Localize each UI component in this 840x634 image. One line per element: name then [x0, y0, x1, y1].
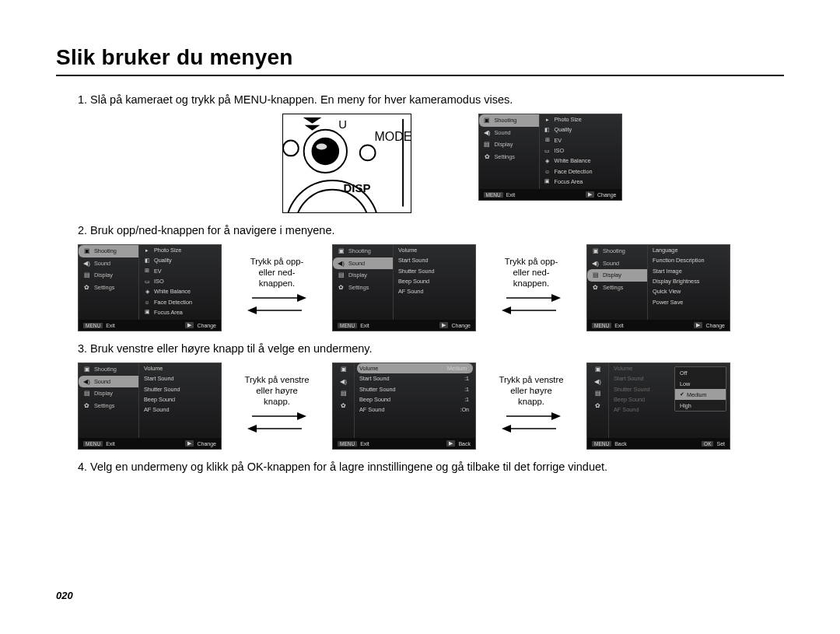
play-key-icon: ▶	[586, 191, 594, 198]
menu-item[interactable]: Shutter Sound	[144, 386, 180, 393]
tab-label: Settings	[94, 402, 114, 409]
speaker-icon: ◀)	[592, 260, 599, 267]
menu-item[interactable]: AF Sound	[398, 288, 423, 295]
tab-settings[interactable]: ✿Settings	[333, 282, 393, 294]
menu-item[interactable]: Shutter Sound	[398, 268, 435, 275]
tab-label: Display	[495, 141, 513, 148]
svg-marker-13	[297, 294, 306, 302]
bullet-icon: ▣	[144, 309, 150, 315]
menu-item[interactable]: Face Detection	[154, 299, 192, 306]
menu-item[interactable]: Quick View	[653, 288, 681, 295]
bullet-icon: ▣	[544, 178, 551, 184]
menu-item[interactable]: Photo Size	[154, 247, 181, 254]
page-title: Slik bruker du menyen	[56, 45, 784, 76]
tab-label: Shooting	[94, 366, 117, 373]
gear-icon: ✿	[83, 402, 90, 409]
tab-shooting[interactable]: ▣Shooting	[587, 245, 647, 257]
option-off[interactable]: Off	[675, 367, 726, 378]
tab-shooting[interactable]: ▣Shooting	[479, 114, 539, 127]
bullet-icon: ▸	[144, 247, 150, 254]
tab-label: Shooting	[348, 247, 371, 254]
footer-change: Change	[451, 323, 471, 328]
menu-item[interactable]: AF Sound	[359, 406, 384, 413]
menu-item[interactable]: Start Image	[653, 268, 682, 275]
display-icon: ▤	[594, 390, 601, 397]
menu-item[interactable]: Power Save	[653, 299, 683, 306]
tab-shooting[interactable]: ▣	[587, 363, 608, 376]
svg-point-4	[311, 138, 339, 166]
menu-item[interactable]: Quality	[154, 257, 172, 264]
menu-item[interactable]: EV	[154, 268, 162, 275]
tab-sound[interactable]: ◀)Sound	[79, 376, 138, 388]
tab-sound[interactable]: ◀)Sound	[333, 257, 393, 270]
tab-shooting[interactable]: ▣Shooting	[79, 245, 138, 257]
speaker-icon: ◀)	[594, 378, 601, 385]
tab-display[interactable]: ▤Display	[79, 387, 138, 400]
tab-sound[interactable]: ◀)Sound	[479, 127, 539, 139]
menu-item[interactable]: Photo Size	[555, 116, 582, 123]
menu-item[interactable]: Volume	[144, 365, 163, 372]
menu-item[interactable]: Beep Sound	[359, 396, 390, 403]
option-medium[interactable]: ✔Medium	[675, 389, 726, 400]
tab-sound[interactable]: ◀)	[333, 376, 354, 388]
menu-item[interactable]: Volume	[398, 247, 417, 254]
option-high[interactable]: High	[675, 400, 726, 411]
menu-item[interactable]: Focus Area	[555, 178, 583, 185]
ok-key-icon: OK	[702, 441, 713, 447]
tab-settings[interactable]: ✿Settings	[479, 151, 539, 163]
tab-label: Sound	[603, 260, 619, 267]
option-low[interactable]: Low	[675, 378, 726, 389]
menu-item[interactable]: ISO	[555, 147, 565, 154]
tab-label: Shooting	[603, 247, 625, 254]
menu-item[interactable]: Beep Sound	[144, 396, 175, 403]
menu-item[interactable]: Start Sound	[144, 375, 174, 382]
tab-settings[interactable]: ✿Settings	[79, 400, 138, 412]
bullet-icon: ⊞	[144, 268, 150, 274]
double-arrow-icon	[246, 407, 308, 438]
menu-item[interactable]: Start Sound	[398, 257, 429, 264]
tab-display[interactable]: ▤Display	[587, 269, 647, 282]
menu-key-icon: MENU	[338, 323, 357, 328]
tab-settings[interactable]: ✿	[587, 400, 608, 412]
tab-display[interactable]: ▤Display	[79, 269, 138, 282]
tab-display[interactable]: ▤Display	[479, 138, 539, 151]
footer-exit: Exit	[506, 192, 516, 198]
svg-point-5	[316, 144, 327, 150]
tab-sound[interactable]: ◀)	[587, 376, 608, 388]
value: :1	[464, 387, 469, 392]
menu-item[interactable]: Display Brightness	[653, 278, 699, 285]
camera-illustration: U MODE DISP	[282, 114, 411, 213]
tab-shooting[interactable]: ▣	[333, 363, 354, 376]
menu-item[interactable]: Language	[653, 247, 677, 254]
tab-display[interactable]: ▤Display	[333, 269, 393, 282]
menu-item[interactable]: Function Description	[653, 257, 705, 264]
menu-item[interactable]: Focus Area	[154, 309, 183, 316]
tab-settings[interactable]: ✿	[333, 400, 354, 412]
tab-sound[interactable]: ◀)Sound	[587, 257, 647, 270]
tab-label: Shooting	[495, 117, 517, 124]
menu-item[interactable]: Start Sound	[359, 375, 390, 382]
tab-settings[interactable]: ✿Settings	[587, 282, 647, 294]
menu-item[interactable]: Face Detection	[555, 168, 593, 175]
tab-sound[interactable]: ◀)Sound	[79, 257, 138, 270]
menu-item[interactable]: White Balance	[555, 157, 591, 164]
menu-item[interactable]: Volume	[359, 365, 378, 372]
menu-item[interactable]: Quality	[555, 126, 572, 133]
step-2: 2. Bruk opp/ned-knappen for å navigere i…	[78, 224, 784, 236]
menu-item[interactable]: EV	[555, 137, 562, 144]
tab-display[interactable]: ▤	[587, 387, 608, 400]
menu-item[interactable]: White Balance	[154, 288, 191, 295]
check-icon: ✔	[680, 391, 684, 398]
tab-label: Display	[348, 271, 367, 278]
tab-shooting[interactable]: ▣Shooting	[333, 245, 393, 257]
tab-display[interactable]: ▤	[333, 387, 354, 400]
menu-item[interactable]: Shutter Sound	[359, 386, 396, 393]
menu-item[interactable]: AF Sound	[144, 406, 169, 413]
play-key-icon: ▶	[439, 322, 448, 328]
tab-settings[interactable]: ✿Settings	[79, 282, 138, 294]
tab-label: Settings	[603, 284, 623, 291]
menu-item[interactable]: Beep Sound	[398, 278, 429, 285]
menu-item[interactable]: ISO	[154, 278, 164, 285]
bullet-icon: ▭	[144, 278, 150, 285]
tab-shooting[interactable]: ▣Shooting	[79, 363, 138, 376]
